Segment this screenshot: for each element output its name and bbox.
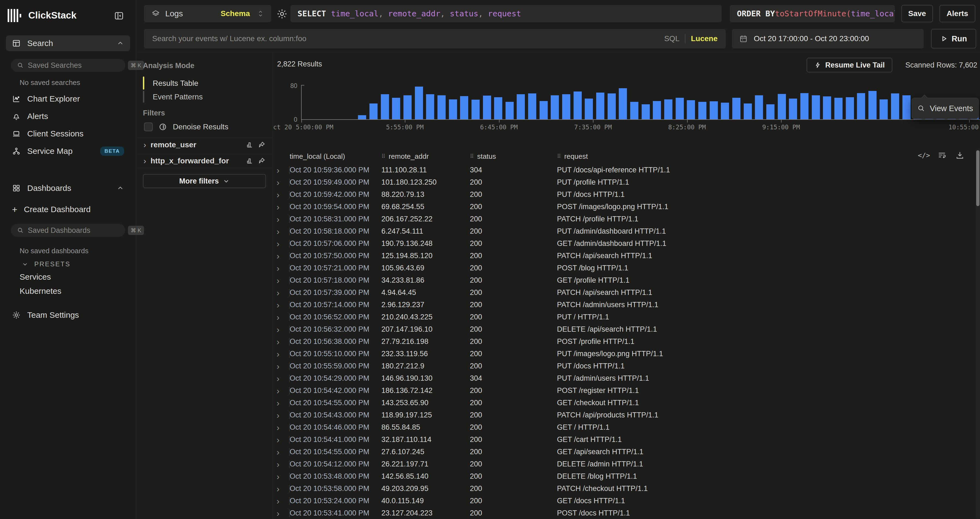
view-events-tooltip[interactable]: View Events bbox=[912, 98, 978, 119]
expand-row-icon[interactable]: › bbox=[277, 325, 280, 334]
expand-row-icon[interactable]: › bbox=[277, 178, 280, 187]
sidebar-item-search[interactable]: Search bbox=[6, 35, 130, 51]
expand-row-icon[interactable]: › bbox=[277, 264, 280, 272]
histogram-bar[interactable] bbox=[619, 88, 627, 119]
histogram-bar[interactable] bbox=[778, 94, 786, 119]
expand-row-icon[interactable]: › bbox=[277, 215, 280, 224]
expand-row-icon[interactable]: › bbox=[277, 374, 280, 383]
histogram-bar[interactable] bbox=[869, 91, 877, 119]
run-button[interactable]: Run bbox=[931, 29, 976, 48]
sidebar-item-alerts[interactable]: Alerts bbox=[6, 108, 130, 124]
field-pin-icon[interactable] bbox=[258, 141, 266, 149]
column-header-status[interactable]: ⠿ status bbox=[470, 152, 557, 161]
histogram-bar[interactable] bbox=[789, 99, 797, 119]
histogram-bar[interactable] bbox=[449, 99, 457, 119]
wrap-text-icon[interactable] bbox=[937, 150, 947, 160]
histogram-bar[interactable] bbox=[687, 100, 695, 119]
histogram-bar[interactable] bbox=[539, 101, 548, 119]
source-settings-gear-icon[interactable] bbox=[276, 8, 288, 20]
table-row[interactable]: ›Oct 20 10:54:41.000 PM32.187.110.114200… bbox=[273, 433, 975, 446]
mode-event-patterns[interactable]: Event Patterns bbox=[153, 92, 203, 101]
table-row[interactable]: ›Oct 20 10:57:21.000 PM105.96.43.69200PO… bbox=[273, 262, 975, 274]
table-row[interactable]: ›Oct 20 10:54:55.000 PM143.253.65.90200G… bbox=[273, 397, 975, 409]
table-row[interactable]: ›Oct 20 10:53:24.000 PM40.0.115.149200GE… bbox=[273, 495, 975, 507]
expand-row-icon[interactable]: › bbox=[277, 190, 280, 199]
column-header-request[interactable]: ⠿ request bbox=[557, 152, 975, 161]
table-scrollbar[interactable] bbox=[976, 149, 980, 519]
histogram-bar[interactable] bbox=[857, 93, 865, 119]
histogram-bar[interactable] bbox=[630, 102, 638, 119]
filter-field-http_x_forwarded_for[interactable]: › http_x_forwarded_for bbox=[136, 154, 272, 168]
save-button[interactable]: Save bbox=[901, 5, 933, 22]
histogram-bar[interactable] bbox=[392, 98, 400, 119]
histogram-bar[interactable] bbox=[834, 98, 843, 119]
table-row[interactable]: ›Oct 20 10:54:43.000 PM118.99.197.125200… bbox=[273, 409, 975, 421]
preset-services[interactable]: Services bbox=[20, 272, 51, 282]
denoise-checkbox[interactable] bbox=[144, 123, 153, 131]
expand-row-icon[interactable]: › bbox=[277, 288, 280, 297]
table-row[interactable]: ›Oct 20 10:57:39.000 PM4.94.64.45200PATC… bbox=[273, 287, 975, 299]
histogram-bar[interactable] bbox=[653, 101, 661, 119]
table-row[interactable]: ›Oct 20 10:55:10.000 PM232.33.119.56200P… bbox=[273, 348, 975, 360]
histogram-bar[interactable] bbox=[381, 94, 389, 119]
histogram-bar[interactable] bbox=[800, 93, 808, 119]
alerts-button[interactable]: Alerts bbox=[939, 5, 975, 22]
expand-row-icon[interactable]: › bbox=[277, 448, 280, 456]
code-view-icon[interactable]: </> bbox=[919, 150, 929, 160]
mode-results-table[interactable]: Results Table bbox=[153, 79, 199, 88]
lucene-toggle[interactable]: Lucene bbox=[691, 34, 718, 43]
histogram-bar[interactable] bbox=[812, 95, 820, 119]
table-row[interactable]: ›Oct 20 10:57:06.000 PM190.79.136.248200… bbox=[273, 237, 975, 250]
preset-kubernetes[interactable]: Kubernetes bbox=[20, 287, 61, 296]
histogram-bar[interactable] bbox=[415, 87, 423, 119]
expand-row-icon[interactable]: › bbox=[277, 423, 280, 432]
histogram-bar[interactable] bbox=[608, 93, 616, 119]
drag-handle-icon[interactable]: ⠿ bbox=[557, 153, 561, 159]
table-row[interactable]: ›Oct 20 10:53:58.000 PM49.203.209.95200P… bbox=[273, 482, 975, 495]
table-row[interactable]: ›Oct 20 10:53:48.000 PM142.56.85.140200D… bbox=[273, 470, 975, 482]
expand-row-icon[interactable]: › bbox=[277, 350, 280, 358]
drag-handle-icon[interactable]: ⠿ bbox=[381, 153, 385, 159]
histogram-bar[interactable] bbox=[358, 115, 366, 119]
team-settings-button[interactable]: Team Settings bbox=[6, 307, 130, 323]
expand-row-icon[interactable]: › bbox=[277, 202, 280, 211]
histogram-bar[interactable] bbox=[846, 97, 854, 119]
histogram-bar[interactable] bbox=[403, 95, 412, 119]
expand-row-icon[interactable]: › bbox=[277, 227, 280, 236]
table-row[interactable]: ›Oct 20 10:56:32.000 PM207.147.196.10200… bbox=[273, 323, 975, 336]
sidebar-item-chart-explorer[interactable]: Chart Explorer bbox=[6, 91, 130, 107]
presets-section-toggle[interactable]: PRESETS bbox=[22, 260, 70, 268]
expand-row-icon[interactable]: › bbox=[277, 386, 280, 395]
resume-live-tail-button[interactable]: Resume Live Tail bbox=[807, 58, 892, 72]
histogram-bar[interactable] bbox=[698, 102, 706, 119]
field-chart-icon[interactable] bbox=[246, 157, 253, 165]
expand-row-icon[interactable]: › bbox=[277, 484, 280, 493]
sidebar-item-client-sessions[interactable]: Client Sessions bbox=[6, 126, 130, 142]
expand-row-icon[interactable]: › bbox=[277, 313, 280, 322]
saved-dashboards-input[interactable] bbox=[28, 226, 124, 235]
histogram-bar[interactable] bbox=[721, 103, 729, 119]
time-range-picker[interactable]: Oct 20 17:00:00 - Oct 20 23:00:00 bbox=[732, 29, 924, 48]
table-row[interactable]: ›Oct 20 10:56:38.000 PM27.79.216.198200P… bbox=[273, 336, 975, 348]
expand-row-icon[interactable]: › bbox=[277, 460, 280, 469]
histogram-bar[interactable] bbox=[732, 98, 740, 119]
histogram-bar[interactable] bbox=[642, 104, 650, 119]
histogram-bar[interactable] bbox=[426, 94, 434, 119]
sql-toggle[interactable]: SQL bbox=[664, 34, 679, 43]
expand-row-icon[interactable]: › bbox=[277, 239, 280, 248]
filter-field-remote_user[interactable]: › remote_user bbox=[136, 137, 272, 152]
histogram-bar[interactable] bbox=[506, 102, 514, 119]
table-row[interactable]: ›Oct 20 10:54:55.000 PM27.6.107.245200GE… bbox=[273, 446, 975, 458]
histogram-bar[interactable] bbox=[585, 99, 593, 119]
expand-row-icon[interactable]: › bbox=[277, 411, 280, 420]
expand-row-icon[interactable]: › bbox=[277, 497, 280, 505]
histogram-bar[interactable] bbox=[744, 103, 752, 119]
histogram-bar[interactable] bbox=[438, 95, 445, 119]
field-chart-icon[interactable] bbox=[246, 141, 253, 149]
expand-row-icon[interactable]: › bbox=[277, 362, 280, 371]
table-row[interactable]: ›Oct 20 10:57:14.000 PM2.96.129.237200PA… bbox=[273, 299, 975, 311]
histogram-bar[interactable] bbox=[460, 96, 468, 119]
sidebar-item-dashboards[interactable]: Dashboards bbox=[6, 180, 130, 196]
histogram-bar[interactable] bbox=[664, 99, 672, 119]
table-row[interactable]: ›Oct 20 10:59:42.000 PM88.220.79.13200PU… bbox=[273, 188, 975, 201]
